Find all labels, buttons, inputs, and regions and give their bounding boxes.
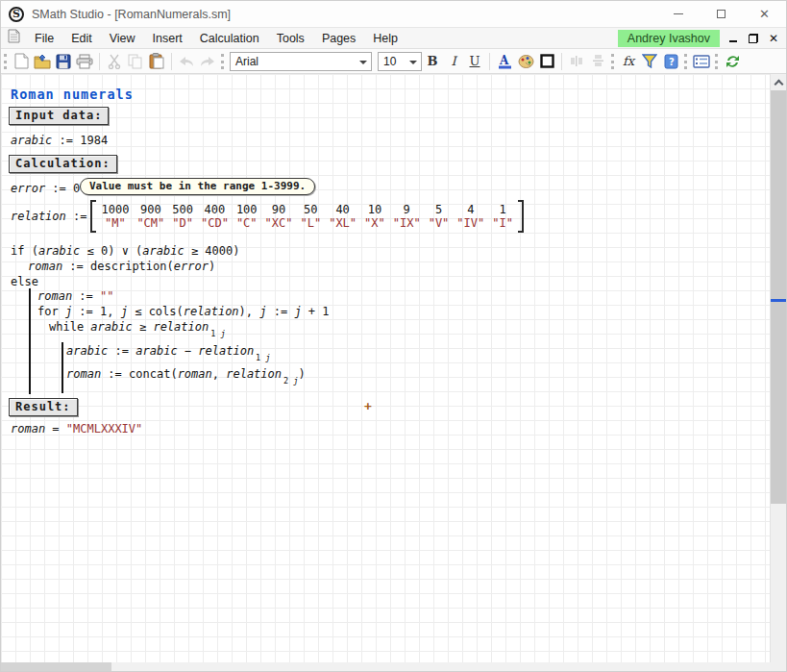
reference-book-button[interactable]: ? [660, 51, 681, 72]
horizontal-scrollbar[interactable] [1, 662, 772, 671]
background-color-button[interactable] [515, 51, 536, 72]
print-button[interactable] [74, 51, 95, 72]
scroll-up-button[interactable] [771, 74, 786, 90]
menu-view[interactable]: View [101, 30, 144, 47]
scrollbar-position-marker [771, 299, 786, 302]
expression-roman-concat[interactable]: roman := concat(roman, relation2 j) [66, 367, 306, 386]
expression-roman-empty[interactable]: roman := "" [37, 289, 113, 303]
toolbar-grip[interactable] [611, 54, 614, 69]
relation-lhs: relation := [11, 210, 86, 223]
reference-book-icon: ? [664, 54, 678, 69]
vertical-scrollbar[interactable] [770, 74, 786, 664]
section-label-input-data[interactable]: Input data: [9, 107, 109, 125]
redo-button[interactable] [197, 51, 218, 72]
font-size-select[interactable]: 10 [378, 52, 422, 71]
paste-icon [149, 53, 164, 69]
font-color-button[interactable]: A [494, 51, 515, 72]
toolbar-separator [561, 53, 562, 70]
font-name-select[interactable]: Arial [230, 52, 372, 71]
menubar-right: Andrey Ivashov ✕ [618, 30, 786, 47]
print-icon [76, 54, 93, 69]
vertical-scrollbar-thumb[interactable] [771, 90, 786, 504]
menu-calculation[interactable]: Calculation [191, 30, 268, 47]
toolbar-grip[interactable] [4, 54, 7, 69]
menu-file[interactable]: File [26, 30, 62, 47]
toolbar-separator [489, 53, 490, 70]
close-button[interactable]: ✕ [743, 1, 786, 27]
toolbar-grip[interactable] [221, 54, 224, 69]
refresh-button[interactable] [722, 51, 743, 72]
close-icon: ✕ [759, 7, 770, 21]
expression-arabic-definition[interactable]: arabic := 1984 [11, 134, 108, 147]
smath-window: S SMath Studio - [RomanNumerals.sm] ✕ Fi… [0, 0, 787, 672]
titlebar: S SMath Studio - [RomanNumerals.sm] ✕ [1, 1, 786, 28]
align-horizontal-button[interactable] [566, 51, 587, 72]
underline-button[interactable]: U [464, 51, 485, 72]
font-name-value: Arial [235, 55, 258, 68]
expression-roman-result[interactable]: roman = "MCMLXXXIV" [11, 422, 142, 436]
else-block-bar [29, 288, 31, 394]
mdi-restore-icon [749, 34, 758, 43]
expression-else-keyword[interactable]: else [11, 275, 38, 288]
expression-error-definition[interactable]: error := 0 [11, 182, 80, 195]
refresh-icon [725, 54, 741, 69]
align-horizontal-icon [570, 55, 584, 67]
new-sheet-button[interactable] [11, 51, 32, 72]
section-label-result[interactable]: Result: [9, 398, 78, 416]
error-note[interactable]: Value must be in the range 1-3999. [80, 178, 315, 195]
font-size-value: 10 [383, 55, 396, 68]
mdi-restore-button[interactable] [747, 32, 760, 45]
minimize-button[interactable] [656, 1, 700, 27]
undo-button[interactable] [176, 51, 197, 72]
menu-help[interactable]: Help [364, 30, 406, 47]
cut-button[interactable] [104, 51, 125, 72]
filter-button[interactable] [639, 51, 660, 72]
expression-while-condition[interactable]: while arabic ≥ relation1 j [49, 320, 226, 338]
mdi-minimize-icon [729, 40, 737, 42]
expression-arabic-subtract[interactable]: arabic := arabic − relation1 j [66, 344, 270, 362]
italic-label: I [451, 54, 455, 68]
background-color-icon [518, 54, 534, 68]
bold-button[interactable]: B [422, 51, 443, 72]
copy-button[interactable] [125, 51, 146, 72]
maximize-button[interactable] [700, 1, 743, 27]
italic-button[interactable]: I [443, 51, 464, 72]
document-icon [8, 29, 20, 47]
menu-pages[interactable]: Pages [313, 30, 364, 47]
save-icon [56, 54, 71, 69]
worksheet-title[interactable]: Roman numerals [11, 87, 134, 102]
expression-if-condition[interactable]: if (arabic ≤ 0) ∨ (arabic ≥ 4000) [11, 244, 239, 258]
account-button[interactable]: Andrey Ivashov [618, 30, 720, 47]
expression-relation-matrix[interactable]: relation := 1000"M"900"CM"500"D"400"CD"1… [11, 200, 524, 233]
snippets-list-button[interactable] [691, 51, 712, 72]
svg-text:A: A [499, 54, 509, 67]
save-button[interactable] [53, 51, 74, 72]
menu-tools[interactable]: Tools [268, 30, 313, 47]
undo-icon [178, 55, 195, 68]
open-button[interactable] [32, 51, 53, 72]
menu-edit[interactable]: Edit [62, 30, 101, 47]
menu-insert[interactable]: Insert [144, 30, 191, 47]
copy-icon [128, 54, 143, 69]
mdi-close-button[interactable]: ✕ [767, 32, 780, 45]
horizontal-scrollbar-thumb[interactable] [1, 662, 111, 671]
border-button[interactable] [536, 51, 557, 72]
mdi-close-icon: ✕ [769, 32, 778, 45]
toolbar-grip[interactable] [715, 54, 718, 69]
section-label-calculation[interactable]: Calculation: [9, 155, 117, 173]
align-vertical-button[interactable] [587, 51, 608, 72]
function-button[interactable]: fx [618, 51, 639, 72]
new-sheet-icon [14, 53, 29, 69]
menubar: File Edit View Insert Calculation Tools … [1, 28, 786, 49]
toolbar: Arial 10 B I U A fx ? [1, 49, 786, 74]
window-controls: ✕ [656, 1, 786, 27]
function-icon: fx [623, 54, 634, 68]
worksheet-canvas[interactable]: Roman numerals Input data: arabic := 198… [1, 74, 772, 664]
open-icon [34, 54, 51, 69]
expression-roman-description[interactable]: roman := description(error) [28, 260, 215, 273]
expression-for-loop[interactable]: for j := 1, j ≤ cols(relation), j := j +… [37, 305, 330, 318]
paste-button[interactable] [146, 51, 167, 72]
mdi-minimize-button[interactable] [726, 32, 740, 45]
app-logo-icon: S [9, 7, 24, 22]
toolbar-grip[interactable] [684, 54, 687, 69]
